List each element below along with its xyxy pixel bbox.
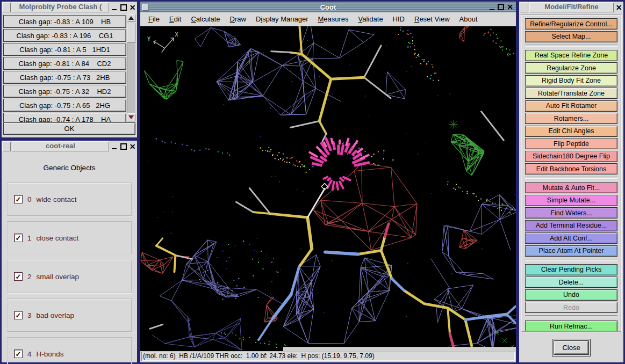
clash-item[interactable]: Clash gap: -0.81 : A 84 CD2	[3, 57, 126, 70]
generic-object-frame: ✓0wide contact	[7, 183, 132, 216]
main-titlebar[interactable]: Coot ✕	[140, 2, 516, 12]
scroll-up-icon[interactable]	[127, 14, 135, 22]
menu-draw[interactable]: Draw	[225, 13, 251, 25]
menu-file[interactable]: File	[143, 13, 164, 25]
molecular-3d-view[interactable]: XY	[140, 26, 516, 351]
mfr-button-panel: Refine/Regularize Control...Select Map..…	[521, 14, 622, 332]
menu-about[interactable]: About	[455, 13, 483, 25]
separator	[525, 45, 617, 47]
mutate-auto-fit-button[interactable]: Mutate & Auto Fit...	[525, 182, 617, 193]
mfr-titlebar[interactable]: Model/Fit/Refine ✕	[519, 2, 623, 13]
simple-mutate-button[interactable]: Simple Mutate...	[525, 195, 617, 206]
menu-hid[interactable]: HID	[388, 13, 410, 25]
minimize-icon[interactable]	[488, 4, 495, 10]
clash-item[interactable]: Clash gap: -0.74 : A 178 HA	[3, 113, 126, 122]
real-space-refine-zone-button[interactable]: Real Space Refine Zone	[525, 50, 617, 61]
flip-peptide-button[interactable]: Flip Peptide	[525, 138, 617, 149]
refine-regularize-control-button[interactable]: Refine/Regularize Control...	[525, 18, 617, 30]
edit-backbone-torsions-button[interactable]: Edit Backbone Torsions	[525, 163, 617, 174]
place-atom-at-pointer-button[interactable]: Place Atom At Pointer	[525, 245, 617, 257]
sidechain180-degree-flip-button[interactable]: Sidechain180 Degree Flip	[525, 151, 617, 162]
auto-fit-rotamer-button[interactable]: Auto Fit Rotamer	[525, 100, 617, 112]
redo-button: Redo	[525, 302, 617, 313]
menu-display-manager[interactable]: Display Manager	[251, 13, 313, 25]
minimize-icon[interactable]	[110, 141, 118, 151]
generic-object-frame: ✓2small overlap	[7, 260, 132, 293]
object-index: 4	[27, 350, 32, 358]
checkbox-icon[interactable]: ✓	[14, 350, 23, 358]
checkbox-icon[interactable]: ✓	[14, 311, 23, 319]
ok-button[interactable]: OK	[3, 122, 135, 135]
object-label: H-bonds	[37, 350, 64, 358]
object-label: bad overlap	[37, 311, 75, 319]
rigid-body-fit-zone-button[interactable]: Rigid Body Fit Zone	[525, 75, 617, 86]
object-label: wide contact	[37, 195, 77, 203]
checkbox-icon[interactable]: ✓	[14, 195, 23, 203]
object-index: 0	[27, 195, 32, 203]
scroll-down-icon[interactable]	[127, 113, 135, 121]
window-menu-icon[interactable]	[2, 2, 11, 12]
minimize-icon[interactable]	[110, 2, 118, 12]
rotate-translate-zone-button[interactable]: Rotate/Translate Zone	[525, 88, 617, 99]
clash-window-titlebar[interactable]: Molprobity Probe Clash ( ✕	[2, 2, 137, 13]
maximize-icon[interactable]	[497, 4, 505, 10]
clash-item[interactable]: Clash gap: -0.75 : A 32 HD2	[3, 85, 126, 98]
generic-object-toggle-close-contact[interactable]: ✓1close contact	[14, 234, 78, 242]
separator	[525, 315, 617, 317]
menu-reset-view[interactable]: Reset View	[410, 13, 455, 25]
generic-window-titlebar[interactable]: coot-real ✕	[2, 141, 137, 152]
select-map-button[interactable]: Select Map...	[525, 31, 617, 42]
close-icon[interactable]: ✕	[506, 3, 514, 11]
close-icon[interactable]: ✕	[615, 2, 623, 12]
add-alt-conf-button[interactable]: Add Alt Conf...	[525, 232, 617, 244]
generic-object-toggle-wide-contact[interactable]: ✓0wide contact	[14, 195, 77, 203]
axis-y-label: Y	[147, 36, 150, 42]
window-menu-icon[interactable]	[520, 2, 528, 12]
checkbox-icon[interactable]: ✓	[14, 272, 23, 281]
window-menu-icon[interactable]	[2, 141, 11, 151]
rotamers-button[interactable]: Rotamers...	[525, 113, 617, 124]
clash-item[interactable]: Clash gap: -0.83 : A 109 HB	[3, 15, 126, 28]
object-index: 2	[27, 273, 32, 281]
undo-button[interactable]: Undo	[525, 289, 617, 301]
add-terminal-residue-button[interactable]: Add Terminal Residue...	[525, 220, 617, 231]
menu-edit[interactable]: Edit	[164, 13, 186, 25]
generic-object-toggle-h-bonds[interactable]: ✓4H-bonds	[14, 350, 64, 358]
clash-item[interactable]: Clash gap: -0.75 : A 73 2HB	[3, 71, 126, 84]
clash-window-title: Molprobity Probe Clash (	[12, 2, 109, 12]
find-waters-button[interactable]: Find Waters...	[525, 207, 617, 219]
run-refmac-button[interactable]: Run Refmac...	[525, 321, 617, 332]
menu-calculate[interactable]: Calculate	[186, 13, 225, 25]
generic-object-toggle-small-overlap[interactable]: ✓2small overlap	[14, 272, 79, 281]
object-label: small overlap	[37, 273, 80, 281]
close-icon[interactable]: ✕	[128, 141, 137, 151]
generic-object-toggle-bad-overlap[interactable]: ✓3bad overlap	[14, 311, 74, 319]
maximize-icon[interactable]	[119, 2, 127, 12]
clash-item[interactable]: Clash gap: -0.81 : A 5 1HD1	[3, 43, 126, 56]
close-button[interactable]: Close	[554, 340, 589, 355]
axis-x-label: X	[175, 32, 178, 38]
close-icon[interactable]: ✕	[128, 2, 137, 12]
scrollbar-thumb[interactable]	[127, 23, 135, 43]
clash-list-scrollbar[interactable]	[127, 14, 135, 121]
clear-pending-picks-button[interactable]: Clear Pending Picks	[525, 264, 617, 275]
generic-objects-window: coot-real ✕ Generic Objects ✓0wide conta…	[0, 139, 139, 364]
maximize-icon[interactable]	[119, 141, 127, 151]
clash-item[interactable]: Clash gap: -0.75 : A 65 2HG	[3, 99, 126, 112]
clash-list-viewport: Clash gap: -0.83 : A 109 HBClash gap: -0…	[2, 13, 137, 122]
separator	[525, 259, 617, 261]
menu-bar: FileEditCalculateDrawDisplay ManagerMeas…	[140, 12, 516, 26]
checkbox-icon[interactable]: ✓	[14, 234, 23, 242]
status-text: (mol. no: 6) HB /1/A/109 THR occ: 1.00 b…	[141, 352, 515, 361]
regularize-zone-button[interactable]: Regularize Zone	[525, 62, 617, 74]
mfr-window-title: Model/Fit/Refine	[529, 2, 614, 12]
generic-object-frame: ✓4H-bonds	[7, 337, 132, 364]
delete-button[interactable]: Delete...	[525, 276, 617, 288]
menu-validate[interactable]: Validate	[354, 13, 388, 25]
generic-window-title: coot-real	[12, 141, 109, 151]
edit-chi-angles-button[interactable]: Edit Chi Angles	[525, 126, 617, 137]
menu-measures[interactable]: Measures	[313, 13, 353, 25]
generic-object-frame: ✓1close contact	[7, 221, 132, 254]
clash-item[interactable]: Clash gap: -0.83 : A 196 CG1	[3, 29, 126, 42]
3d-canvas[interactable]: XY	[140, 26, 516, 351]
